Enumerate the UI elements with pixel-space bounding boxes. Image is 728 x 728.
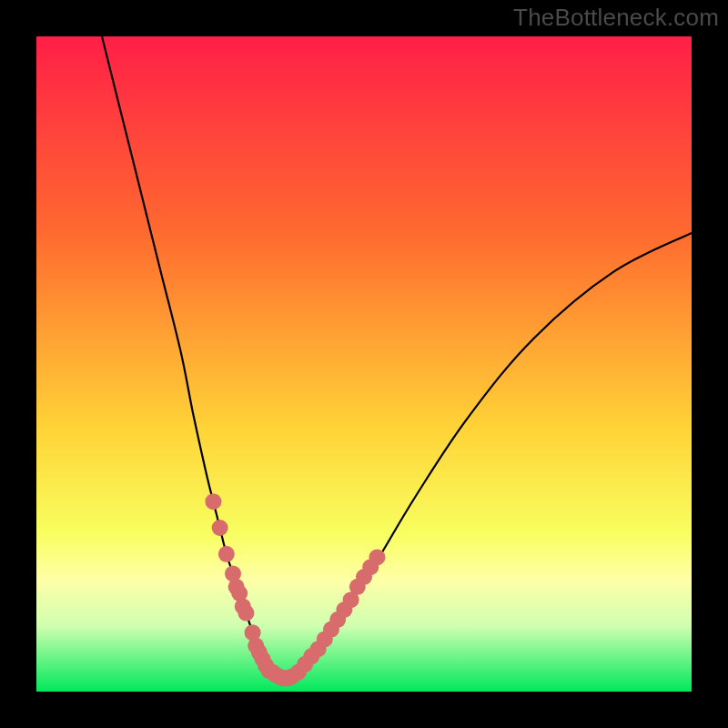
- highlight-dot: [238, 605, 254, 622]
- watermark-text: TheBottleneck.com: [513, 4, 719, 32]
- highlight-dot: [212, 520, 228, 536]
- highlight-dot: [205, 493, 221, 510]
- highlight-dot: [369, 549, 385, 565]
- chart-svg: [36, 36, 692, 692]
- highlight-dot: [218, 546, 235, 562]
- gradient-background: [36, 36, 692, 692]
- chart-plot-area: [36, 36, 692, 692]
- chart-frame: TheBottleneck.com: [0, 0, 728, 728]
